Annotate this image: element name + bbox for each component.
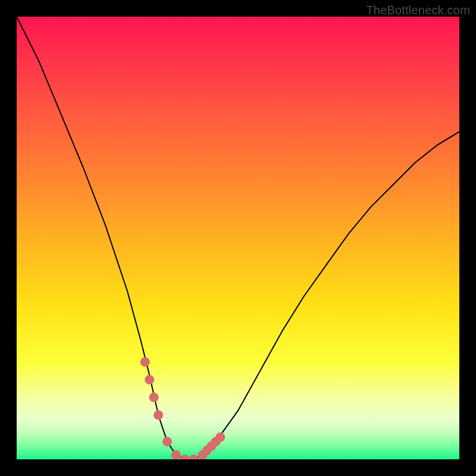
highlight-dot	[149, 393, 159, 402]
highlight-dot	[162, 437, 172, 446]
plot-area	[17, 17, 459, 459]
highlight-dot	[171, 450, 181, 459]
highlight-dot	[145, 375, 154, 384]
highlight-dot	[140, 357, 150, 367]
highlight-dot	[180, 455, 190, 459]
highlight-dot	[215, 433, 225, 442]
highlight-dot	[154, 411, 163, 420]
curve-layer	[17, 17, 459, 459]
highlight-dot	[189, 455, 199, 459]
bottleneck-curve	[17, 17, 459, 459]
chart-frame: TheBottleneck.com	[0, 0, 476, 476]
watermark-text: TheBottleneck.com	[366, 4, 470, 17]
